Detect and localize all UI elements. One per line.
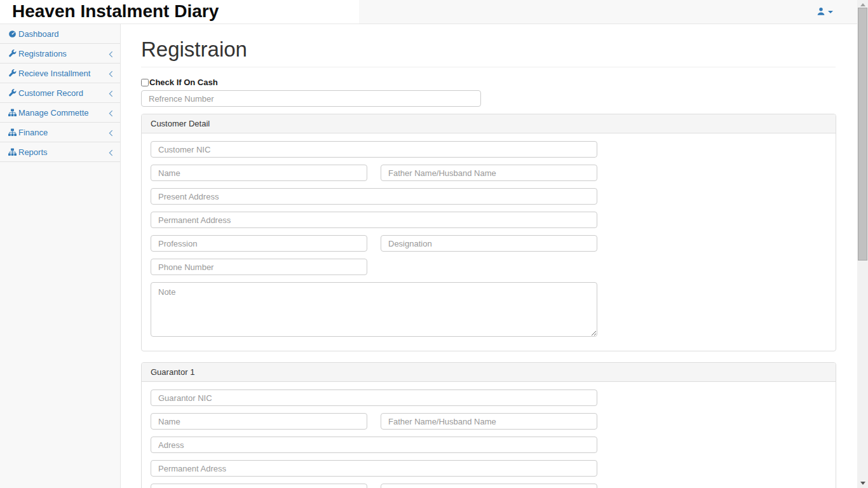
guarantor-1-adress-input[interactable]: [151, 437, 597, 453]
chevron-left-icon: [109, 109, 113, 119]
guarantor-1-permanent-adress-input[interactable]: [151, 460, 597, 477]
scroll-up-icon: [860, 3, 865, 6]
sitemap-icon: [8, 128, 17, 137]
form-row: [151, 282, 827, 337]
sidebar-nav: DashboardRegistrationsRecieve Installmen…: [0, 24, 121, 488]
form-row: [151, 460, 827, 477]
customer-detail-permanent-address-input[interactable]: [151, 212, 597, 228]
title-divider: [141, 67, 836, 67]
guarantor-1-father-name-husband-name-input[interactable]: [381, 413, 597, 430]
sitemap-icon: [8, 148, 17, 156]
form-row: [151, 259, 827, 275]
sidebar-item-reports[interactable]: Reports: [0, 142, 120, 162]
guarantor-1-name-input[interactable]: [151, 413, 367, 430]
customer-detail-panel: Customer Detail: [141, 114, 836, 351]
customer-detail-father-name-husband-name-input[interactable]: [381, 165, 597, 181]
scrollbar-thumb[interactable]: [858, 8, 867, 261]
scroll-down-button[interactable]: [857, 478, 868, 488]
chevron-left-icon: [109, 70, 113, 79]
sidebar-item-manage-commette[interactable]: Manage Commette: [0, 103, 120, 123]
customer-detail-present-address-input[interactable]: [151, 188, 597, 205]
sidebar-item-label: Manage Commette: [18, 108, 89, 118]
customer-detail-customer-nic-input[interactable]: [151, 141, 597, 158]
page-scrollbar[interactable]: [857, 0, 868, 488]
guarantor-1-designation-input[interactable]: [381, 484, 597, 488]
cash-checkbox-row: Check If On Cash: [141, 78, 837, 87]
user-icon: [817, 7, 825, 16]
sidebar-item-recieve-installment[interactable]: Recieve Installment: [0, 64, 120, 83]
sidebar-item-customer-record[interactable]: Customer Record: [0, 83, 120, 103]
wrench-icon: [8, 89, 17, 97]
form-row: [151, 484, 827, 488]
chevron-left-icon: [109, 90, 113, 99]
on-cash-checkbox[interactable]: [141, 79, 149, 86]
sidebar-item-registrations[interactable]: Registrations: [0, 44, 120, 64]
user-menu-toggle[interactable]: [817, 7, 833, 16]
sidebar-item-finance[interactable]: Finance: [0, 123, 120, 142]
top-navbar: Heaven Instalment Diary: [0, 0, 857, 24]
guarantor-1-panel: Guarantor 1: [141, 362, 836, 488]
customer-detail-panel-header: Customer Detail: [142, 114, 836, 133]
chevron-left-icon: [109, 50, 113, 60]
sidebar-item-label: Registrations: [18, 49, 67, 58]
form-row: [151, 235, 827, 252]
guarantor-1-panel-body: [142, 382, 836, 488]
sidebar-item-label: Finance: [18, 128, 48, 137]
sidebar-item-label: Recieve Installment: [18, 69, 90, 78]
form-row: [151, 165, 827, 181]
dashboard-icon: [8, 30, 17, 38]
sidebar-item-label: Dashboard: [18, 29, 59, 39]
on-cash-label[interactable]: Check If On Cash: [149, 78, 218, 87]
customer-detail-name-input[interactable]: [151, 165, 367, 181]
sitemap-icon: [8, 109, 17, 117]
wrench-icon: [8, 69, 17, 78]
customer-detail-panel-body: [142, 133, 836, 351]
guarantor-1-panel-header: Guarantor 1: [142, 363, 836, 382]
sidebar-item-label: Reports: [18, 147, 48, 157]
main-content: Registraion Check If On Cash Customer De…: [121, 24, 857, 488]
chevron-left-icon: [109, 129, 113, 139]
customer-detail-phone-number-input[interactable]: [151, 259, 367, 275]
form-row: [151, 141, 827, 158]
app-title: Heaven Instalment Diary: [12, 0, 219, 24]
guarantor-1-profession-input[interactable]: [151, 484, 367, 488]
customer-detail-designation-input[interactable]: [381, 235, 597, 252]
page-title: Registraion: [141, 38, 837, 61]
chevron-left-icon: [109, 149, 113, 158]
form-row: [151, 212, 827, 228]
guarantor-1-guarantor-nic-input[interactable]: [151, 390, 597, 406]
customer-detail-note-textarea[interactable]: [151, 282, 597, 337]
customer-detail-profession-input[interactable]: [151, 235, 367, 252]
sidebar-item-dashboard[interactable]: Dashboard: [0, 24, 120, 44]
sidebar-item-label: Customer Record: [18, 88, 83, 98]
caret-down-icon: [828, 11, 833, 13]
form-row: [151, 188, 827, 205]
wrench-icon: [8, 50, 17, 58]
scroll-down-icon: [860, 482, 865, 485]
form-row: [151, 390, 827, 406]
reference-number-input[interactable]: [141, 90, 481, 107]
form-row: [151, 413, 827, 430]
form-row: [151, 437, 827, 453]
